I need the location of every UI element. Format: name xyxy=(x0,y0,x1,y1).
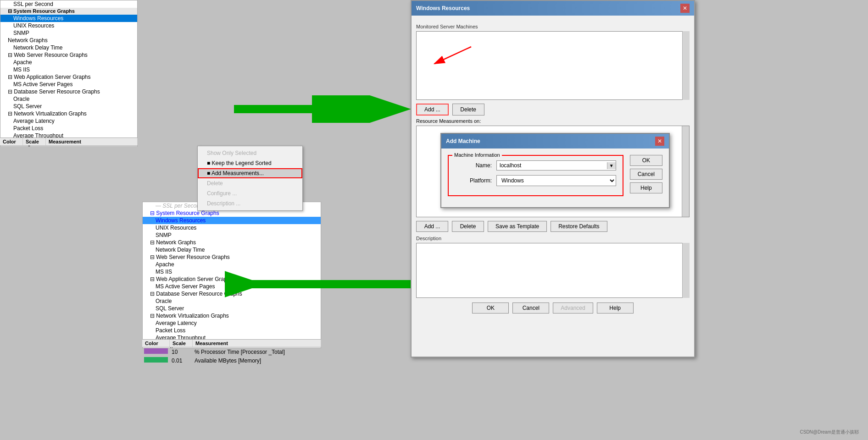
resource-meas-scrollbar[interactable] xyxy=(682,126,689,217)
add-machine-ok-btn[interactable]: OK xyxy=(630,155,662,166)
tree-item-packet-loss-top[interactable]: Packet Loss xyxy=(0,125,137,132)
add-server-btn[interactable]: Add ... xyxy=(416,104,449,116)
add-machine-dialog: Add Machine ✕ Machine Information Name: … xyxy=(440,133,670,208)
description-box xyxy=(416,243,690,298)
tree-item-unix-resources[interactable]: UNIX Resources xyxy=(0,22,137,29)
machine-info-group: Machine Information Name: ▼ Platform: Wi… xyxy=(448,155,623,196)
btree-snmp[interactable]: SNMP xyxy=(143,231,321,239)
tree-item-system-resource[interactable]: ⊟ System Resource Graphs xyxy=(0,8,137,15)
btree-windows-resources[interactable]: Windows Resources xyxy=(143,217,321,224)
btree-network-graphs[interactable]: ⊟ Network Graphs xyxy=(143,239,321,246)
top-col-headers: Color Scale Measurement xyxy=(0,138,138,146)
add-machine-title: Add Machine xyxy=(446,138,480,144)
restore-defaults-btn[interactable]: Restore Defaults xyxy=(551,221,607,232)
col-header-color: Color xyxy=(0,138,23,145)
btree-net-virt[interactable]: ⊟ Network Virtualization Graphs xyxy=(143,312,321,319)
tree-item-windows-resources[interactable]: Windows Resources xyxy=(0,15,137,22)
machine-info-legend: Machine Information xyxy=(452,152,502,158)
tree-item-db-server[interactable]: ⊟ Database Server Resource Graphs xyxy=(0,88,137,95)
btree-apache[interactable]: Apache xyxy=(143,261,321,268)
bottom-table: Color Scale Measurement 10 % Processor T… xyxy=(142,339,321,365)
add-machine-buttons: OK Cancel Help xyxy=(630,155,662,201)
btree-unix-resources[interactable]: UNIX Resources xyxy=(143,224,321,231)
btree-sql-server[interactable]: SQL Server xyxy=(143,305,321,312)
green-arrow-left xyxy=(225,270,417,298)
save-template-btn[interactable]: Save as Template xyxy=(488,221,547,232)
resource-meas-label: Resource Measurements on: xyxy=(416,118,690,124)
tree-item-ms-active[interactable]: MS Active Server Pages xyxy=(0,81,137,88)
win-advanced-btn[interactable]: Advanced xyxy=(553,302,593,314)
col-header-scale: Scale xyxy=(23,138,46,145)
form-row-name: Name: ▼ xyxy=(455,160,616,170)
win-cancel-btn[interactable]: Cancel xyxy=(512,302,549,314)
btree-network-delay[interactable]: Network Delay Time xyxy=(143,246,321,253)
ctx-show-only-selected[interactable]: Show Only Selected xyxy=(198,148,302,158)
ctx-description[interactable]: Description ... xyxy=(198,198,302,209)
context-menu: Show Only Selected ■ Keep the Legend Sor… xyxy=(197,146,303,211)
description-scrollbar[interactable] xyxy=(682,243,690,298)
win-resources-title: Windows Resources xyxy=(416,5,470,11)
btable-col-color: Color xyxy=(142,340,170,347)
monitored-btn-row: Add ... Delete xyxy=(416,104,690,116)
platform-label: Platform: xyxy=(455,177,492,184)
ctx-keep-legend-sorted[interactable]: ■ Keep the Legend Sorted xyxy=(198,158,302,168)
tree-item-webapp-server[interactable]: ⊟ Web Application Server Graphs xyxy=(0,73,137,81)
monitored-scrollbar[interactable] xyxy=(682,31,690,100)
win-help-btn[interactable]: Help xyxy=(597,302,634,314)
tree-item-oracle-top[interactable]: Oracle xyxy=(0,95,137,103)
add-machine-help-btn[interactable]: Help xyxy=(630,182,662,193)
tree-item-sql-top[interactable]: SQL Server xyxy=(0,103,137,110)
add-machine-body: Machine Information Name: ▼ Platform: Wi… xyxy=(441,148,669,207)
btree-avg-latency[interactable]: Average Latency xyxy=(143,319,321,327)
btree-web-server[interactable]: ⊟ Web Server Resource Graphs xyxy=(143,253,321,261)
tree-item-network-graphs[interactable]: Network Graphs xyxy=(0,37,137,44)
win-resources-close-btn[interactable]: ✕ xyxy=(680,4,690,13)
tree-item-ssl[interactable]: SSL per Second xyxy=(0,0,137,8)
delete-server-btn[interactable]: Delete xyxy=(452,104,484,116)
monitored-server-list xyxy=(416,31,690,100)
add-machine-left: Machine Information Name: ▼ Platform: Wi… xyxy=(448,155,623,201)
tree-item-msiis-top[interactable]: MS IIS xyxy=(0,66,137,73)
tree-item-web-server[interactable]: ⊟ Web Server Resource Graphs xyxy=(0,51,137,59)
name-dropdown-btn[interactable]: ▼ xyxy=(607,162,616,169)
btable-col-scale: Scale xyxy=(170,340,193,347)
tree-item-network-delay-top[interactable]: Network Delay Time xyxy=(0,44,137,51)
name-label: Name: xyxy=(455,162,492,169)
tree-item-snmp[interactable]: SNMP xyxy=(0,29,137,37)
add-machine-cancel-btn[interactable]: Cancel xyxy=(630,169,662,180)
description-label: Description xyxy=(416,236,690,241)
ctx-configure[interactable]: Configure ... xyxy=(198,188,302,198)
table-row-2[interactable]: 0.01 Available MBytes [Memory] xyxy=(142,356,321,365)
col-header-measurement: Measurement xyxy=(46,138,138,145)
win-ok-btn[interactable]: OK xyxy=(472,302,509,314)
ctx-add-measurements[interactable]: ■ Add Measurements... xyxy=(198,168,302,178)
table-row-1[interactable]: 10 % Processor Time [Processor _Total] xyxy=(142,347,321,356)
footer-delete-btn[interactable]: Delete xyxy=(452,221,484,232)
dialog-bottom-btns: OK Cancel Advanced Help xyxy=(416,302,690,314)
tree-item-apache-top[interactable]: Apache xyxy=(0,59,137,66)
add-machine-content: Machine Information Name: ▼ Platform: Wi… xyxy=(448,155,662,201)
btree-oracle[interactable]: Oracle xyxy=(143,297,321,305)
ctx-delete[interactable]: Delete xyxy=(198,178,302,188)
watermark: CSDN@Dream是普通小孩耶 xyxy=(800,429,859,435)
add-machine-titlebar: Add Machine ✕ xyxy=(441,134,669,148)
green-arrow-right xyxy=(229,95,422,123)
win-resources-titlebar: Windows Resources ✕ xyxy=(412,1,694,16)
footer-add-btn[interactable]: Add ... xyxy=(416,221,448,232)
form-row-platform: Platform: Windows Linux Unix xyxy=(455,175,616,186)
platform-select[interactable]: Windows Linux Unix xyxy=(496,175,616,186)
btable-col-measurement: Measurement xyxy=(193,340,321,347)
name-input[interactable] xyxy=(497,161,607,170)
background-tree-panel: SSL per Second ⊟ System Resource Graphs … xyxy=(0,0,138,147)
add-machine-close-btn[interactable]: ✕ xyxy=(655,137,664,146)
resource-meas-btn-row: Add ... Delete Save as Template Restore … xyxy=(416,221,690,232)
monitored-section-label: Monitored Server Machines xyxy=(416,24,690,29)
tree-item-net-virt[interactable]: ⊟ Network Virtualization Graphs xyxy=(0,110,137,117)
tree-item-avg-latency-top[interactable]: Average Latency xyxy=(0,117,137,125)
btree-packet-loss[interactable]: Packet Loss xyxy=(143,327,321,334)
